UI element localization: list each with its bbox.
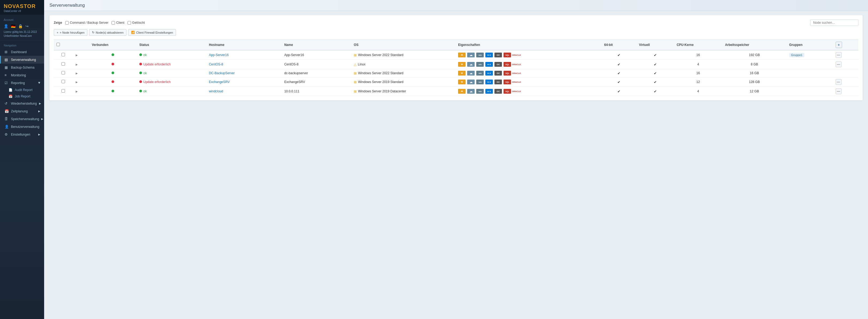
row-checkbox[interactable] bbox=[62, 62, 65, 66]
th-hostname[interactable]: Hostname bbox=[206, 40, 282, 50]
os-windows-icon: ⊞ bbox=[354, 53, 357, 57]
prop-icon-hyperv: H-V bbox=[485, 89, 493, 94]
prop-icon-smtp: ✉ bbox=[458, 62, 466, 67]
th-arbeitsspeicher[interactable]: Arbeitsspeicher bbox=[722, 40, 786, 50]
memory-value: 128 GB bbox=[722, 77, 786, 87]
sidebar-item-job-report[interactable]: 📅 Job Report bbox=[0, 93, 44, 100]
filter-deleted-checkbox[interactable] bbox=[128, 21, 131, 25]
prop-icon-oc: OC bbox=[494, 62, 502, 67]
row-action-button[interactable]: — bbox=[836, 79, 841, 85]
sidebar-item-zeitplanung[interactable]: 📅 Zeitplanung ▶ bbox=[0, 107, 44, 115]
hostname-link[interactable]: App-Server16 bbox=[209, 53, 229, 57]
th-gruppen[interactable]: Gruppen bbox=[786, 40, 833, 50]
prop-icon-vm: vm bbox=[476, 62, 484, 67]
add-node-button[interactable]: + + Node hinzufügen bbox=[54, 29, 88, 36]
sidebar-item-wiederherstellung[interactable]: ↺ Wiederherstellung ▶ bbox=[0, 100, 44, 107]
row-action-button[interactable]: — bbox=[836, 88, 841, 94]
benutzerverwaltung-icon: 👤 bbox=[4, 125, 9, 129]
os-text: Windows Server 2022 Standard bbox=[358, 53, 403, 57]
filter-command-server-checkbox[interactable] bbox=[65, 21, 69, 25]
th-64bit[interactable]: 64-bit bbox=[602, 40, 637, 50]
prop-icon-smtp: ✉ bbox=[458, 89, 466, 94]
filter-client-checkbox[interactable] bbox=[112, 21, 115, 25]
sidebar-item-dashboard[interactable]: ⊞ Dashboard bbox=[0, 48, 44, 56]
row-expand-arrow[interactable]: ▶ bbox=[76, 81, 78, 83]
properties-icons: ✉☁vmH-VOCSQLORACLE bbox=[458, 89, 599, 94]
add-column-button[interactable]: + bbox=[836, 42, 842, 48]
row-action-button[interactable]: — bbox=[836, 61, 841, 67]
row-expand-arrow[interactable]: ▶ bbox=[76, 63, 78, 66]
sidebar-item-monitoring[interactable]: ≡ Monitoring bbox=[0, 71, 44, 79]
sidebar-item-audit-report[interactable]: 📄 Audit Report bbox=[0, 87, 44, 93]
os-linux-icon: △ bbox=[354, 63, 356, 67]
prop-icon-smtp: ✉ bbox=[458, 52, 466, 58]
filter-zeige-label: Zeige bbox=[54, 21, 62, 25]
row-checkbox[interactable] bbox=[62, 89, 65, 93]
sidebar-item-serververwaltung[interactable]: ▤ Serververwaltung bbox=[0, 56, 44, 64]
add-icon: + bbox=[57, 31, 58, 34]
th-verbunden[interactable]: Verbunden bbox=[89, 40, 137, 50]
zeitplanung-icon: 📅 bbox=[4, 109, 9, 113]
sidebar-item-benutzerverwaltung[interactable]: 👤 Benutzerverwaltung bbox=[0, 123, 44, 131]
th-eigenschaften[interactable]: Eigenschaften bbox=[455, 40, 601, 50]
filter-deleted-label[interactable]: Gelöscht bbox=[128, 21, 145, 25]
sidebar-item-speicherverwaltung[interactable]: 🗄 Speicherverwaltung ▶ bbox=[0, 115, 44, 123]
cpu-cores-value: 12 bbox=[674, 77, 722, 87]
th-cpu-kerne[interactable]: CPU-Kerne bbox=[674, 40, 722, 50]
64bit-check-icon: ✔ bbox=[617, 90, 620, 94]
sidebar-item-backup-schema[interactable]: ▦ Backup-Schema bbox=[0, 64, 44, 71]
prop-icon-cloud: ☁ bbox=[467, 79, 475, 84]
prop-icon-sql: SQL bbox=[503, 52, 511, 58]
flag-icon[interactable]: 🇩🇪 bbox=[11, 24, 16, 28]
backup-schema-icon: ▦ bbox=[4, 65, 9, 69]
logo-highlight: NOVA bbox=[4, 3, 20, 9]
hostname-link[interactable]: DC-BackupServer bbox=[209, 71, 235, 75]
th-os[interactable]: OS bbox=[351, 40, 455, 50]
prop-icon-sql: SQL bbox=[503, 62, 511, 67]
cpu-cores-value: 16 bbox=[674, 69, 722, 77]
virtual-check-icon: ✔ bbox=[654, 71, 657, 75]
memory-value: 12 GB bbox=[722, 87, 786, 96]
row-checkbox[interactable] bbox=[62, 71, 65, 74]
th-select-all[interactable] bbox=[54, 40, 73, 50]
row-action-button[interactable]: — bbox=[836, 52, 841, 58]
status-text: ok bbox=[143, 53, 147, 57]
monitoring-icon: ≡ bbox=[4, 73, 9, 77]
lock-icon[interactable]: 🔒 bbox=[18, 24, 23, 28]
row-expand-arrow[interactable]: ▶ bbox=[76, 90, 78, 93]
prop-icon-cloud: ☁ bbox=[467, 89, 475, 94]
hostname-link[interactable]: CentOS-8 bbox=[209, 63, 223, 66]
hostname-link[interactable]: ExchangeSRV bbox=[209, 80, 230, 84]
prop-icon-cloud: ☁ bbox=[467, 52, 475, 58]
topbar: Serververwaltung bbox=[44, 0, 868, 11]
dashboard-icon: ⊞ bbox=[4, 50, 9, 54]
search-input[interactable] bbox=[810, 20, 858, 26]
row-checkbox[interactable] bbox=[62, 80, 65, 83]
os-text: Windows Server 2019 Datacenter bbox=[358, 90, 406, 93]
user-icon[interactable]: 👤 bbox=[4, 24, 8, 28]
64bit-check-icon: ✔ bbox=[617, 71, 620, 75]
logout-icon[interactable]: ↪ bbox=[25, 24, 29, 28]
th-status[interactable]: Status bbox=[137, 40, 206, 50]
prop-icon-oracle: ORACLE bbox=[513, 52, 520, 58]
th-name[interactable]: Name bbox=[282, 40, 351, 50]
sidebar-item-label: Zeitplanung bbox=[11, 109, 28, 113]
sidebar-item-einstellungen[interactable]: ⚙ Einstellungen ▶ bbox=[0, 131, 44, 138]
virtual-check-icon: ✔ bbox=[654, 63, 657, 67]
update-nodes-button[interactable]: ↻ Node(s) aktualisieren bbox=[89, 29, 126, 36]
filter-client-label[interactable]: Client bbox=[112, 21, 124, 25]
th-add-column[interactable]: + bbox=[833, 40, 858, 50]
table-header-row: Verbunden Status Hostname Name OS Eigens… bbox=[54, 40, 858, 50]
row-expand-arrow[interactable]: ▶ bbox=[76, 54, 78, 57]
document-icon: 📄 bbox=[8, 88, 12, 92]
select-all-checkbox[interactable] bbox=[56, 43, 60, 46]
th-expand bbox=[73, 40, 89, 50]
filter-command-server-label[interactable]: Command / Backup Server bbox=[65, 21, 108, 25]
hostname-link[interactable]: windcloud bbox=[209, 90, 223, 93]
th-virtuell[interactable]: Virtuell bbox=[637, 40, 674, 50]
client-firewall-button[interactable]: 📶 Client Firewall Einstellungen bbox=[128, 29, 176, 36]
row-expand-arrow[interactable]: ▶ bbox=[76, 72, 78, 75]
sidebar-item-reporting[interactable]: ☑ Reporting ▶ bbox=[0, 79, 44, 87]
row-checkbox[interactable] bbox=[62, 53, 65, 56]
wiederherstellung-chevron-icon: ▶ bbox=[39, 102, 41, 105]
